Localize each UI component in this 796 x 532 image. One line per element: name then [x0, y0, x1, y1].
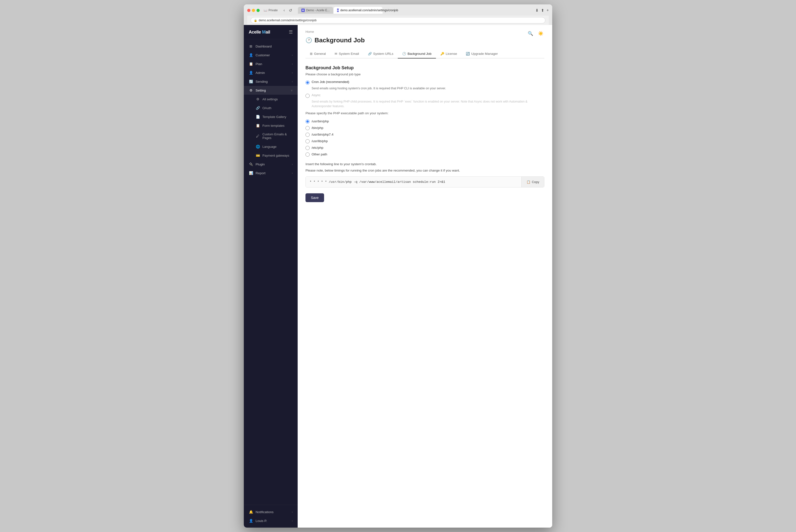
system-email-tab-label: System Email	[339, 52, 359, 56]
tab-system-email[interactable]: ✉ System Email	[330, 50, 363, 58]
php-path-other: Other path	[305, 152, 544, 157]
sidebar-item-payment-gateways[interactable]: 💳 Payment gateways	[244, 151, 298, 160]
sidebar-item-notifications[interactable]: 🔔 Notifications ›	[244, 508, 298, 516]
page-title-icon: 🕐	[305, 37, 312, 43]
php-path-usr-lib-label: /usr/lib/php	[311, 139, 328, 143]
upgrade-manager-tab-icon: 🔄	[466, 52, 470, 56]
php-path-bin: /bin/php	[305, 126, 544, 130]
all-settings-icon: ⚙	[255, 97, 260, 101]
sidebar-item-user[interactable]: 👤 Louis P. ›	[244, 516, 298, 525]
browser-tab-active[interactable]: M demo.acellemail.com/admin/settings/cro…	[334, 7, 383, 14]
report-label: Report	[255, 171, 266, 175]
sidebar-toggle[interactable]: ☰	[289, 30, 293, 35]
tab-background-job[interactable]: 🕐 Background Job	[398, 50, 436, 58]
php-path-other-radio[interactable]	[305, 152, 310, 157]
private-icon: 📖	[264, 8, 267, 12]
upgrade-manager-tab-label: Upgrade Manager	[471, 52, 498, 56]
browser-toolbar: 🔒 demo.acellemail.com/admin/settings/cro…	[247, 16, 549, 25]
new-tab-icon[interactable]: +	[547, 8, 549, 13]
sidebar-item-template-gallery[interactable]: 📄 Template Gallery	[244, 112, 298, 121]
sending-arrow: ›	[292, 80, 293, 83]
tab-system-urls[interactable]: 🔗 System URLs	[363, 50, 398, 58]
app-layout: Acelle Mail ☰ ⊞ Dashboard 👤 Customer › 📋…	[244, 25, 552, 528]
background-job-tab-icon: 🕐	[402, 52, 406, 56]
sidebar-item-oauth[interactable]: 🔗 OAuth	[244, 103, 298, 112]
setup-section: Background Job Setup Please choose a bac…	[305, 65, 544, 202]
php-path-etc: /etc/php	[305, 145, 544, 150]
async-radio[interactable]	[305, 94, 310, 98]
sidebar-item-all-settings[interactable]: ⚙ All settings	[244, 95, 298, 103]
general-tab-label: General	[314, 52, 326, 56]
sidebar-item-report[interactable]: 📊 Report ›	[244, 169, 298, 177]
report-icon: 📊	[249, 171, 253, 175]
cron-job-radio[interactable]	[305, 80, 310, 85]
close-button[interactable]	[247, 9, 250, 12]
template-gallery-label: Template Gallery	[262, 115, 286, 119]
php-path-usr-lib-radio[interactable]	[305, 139, 310, 144]
sidebar-item-plan[interactable]: 📋 Plan ›	[244, 59, 298, 68]
tab-license[interactable]: 🔑 License	[436, 50, 462, 58]
sidebar-item-admin[interactable]: 👤 Admin ›	[244, 68, 298, 77]
theme-toggle[interactable]: ☀️	[537, 30, 544, 37]
custom-emails-icon: 🖊	[255, 134, 260, 138]
notifications-icon: 🔔	[249, 510, 253, 514]
tab-upgrade-manager[interactable]: 🔄 Upgrade Manager	[461, 50, 502, 58]
system-email-tab-icon: ✉	[335, 52, 337, 56]
maximize-button[interactable]	[257, 9, 260, 12]
cron-job-desc: Send emails using hosting system's cron …	[311, 86, 544, 91]
sidebar-item-custom-emails[interactable]: 🖊 Custom Emails & Pages	[244, 130, 298, 142]
crontab-command: * * * * * /usr/bin/php -q /var/www/acell…	[306, 177, 522, 187]
save-button[interactable]: Save	[305, 193, 324, 202]
dashboard-icon: ⊞	[249, 44, 253, 48]
general-tab-icon: ⊞	[310, 52, 312, 56]
tab-general[interactable]: ⊞ General	[305, 50, 330, 58]
license-tab-label: License	[446, 52, 457, 56]
sidebar-item-sending[interactable]: 🔄 Sending ›	[244, 77, 298, 86]
setting-icon: ⚙	[249, 88, 253, 92]
language-label: Language	[262, 145, 277, 149]
php-path-etc-radio[interactable]	[305, 146, 310, 150]
setting-arrow: ∨	[291, 89, 293, 92]
sidebar: Acelle Mail ☰ ⊞ Dashboard 👤 Customer › 📋…	[244, 25, 298, 528]
report-arrow: ›	[292, 172, 293, 174]
php-path-bin-radio[interactable]	[305, 126, 310, 130]
php-path-label: Please specify the PHP executable path o…	[305, 111, 544, 115]
form-templates-icon: 📋	[255, 124, 260, 128]
choose-label: Please choose a background job type	[305, 72, 544, 76]
sidebar-item-plugin[interactable]: 🔌 Plugin ›	[244, 160, 298, 169]
crontab-line2: Please note, below timings for running t…	[305, 168, 544, 173]
crontab-line1: Insert the following line to your system…	[305, 162, 544, 167]
plugin-icon: 🔌	[249, 162, 253, 166]
setting-label: Setting	[255, 89, 266, 92]
back-button[interactable]: ‹	[282, 7, 286, 13]
plugin-arrow: ›	[292, 163, 293, 166]
browser-controls: 📖 Private ‹ ↺ M Demo - Acelle E... M dem…	[247, 7, 549, 14]
sidebar-item-customer[interactable]: 👤 Customer ›	[244, 51, 298, 59]
refresh-button[interactable]: ↺	[288, 7, 293, 13]
php-path-other-label: Other path	[311, 152, 327, 156]
sidebar-item-language[interactable]: 🌐 Language	[244, 142, 298, 151]
tab-favicon-active: M	[337, 8, 339, 12]
address-bar[interactable]: 🔒 demo.acellemail.com/admin/settings/cro…	[251, 17, 545, 23]
minimize-button[interactable]	[252, 9, 255, 12]
cron-job-label: Cron Job (recommended)	[311, 80, 349, 84]
download-icon[interactable]: ⬇	[535, 8, 538, 13]
sidebar-item-form-templates[interactable]: 📋 Form templates	[244, 121, 298, 130]
customer-arrow: ›	[292, 54, 293, 57]
cron-job-option: Cron Job (recommended)	[305, 80, 544, 85]
admin-label: Admin	[255, 71, 265, 75]
php-path-usr-bin-php7-radio[interactable]	[305, 133, 310, 137]
content-header: Home 🕐 Background Job 🔍 ☀️	[305, 30, 544, 44]
share-icon[interactable]: ⬆	[541, 8, 544, 13]
crontab-section: Insert the following line to your system…	[305, 162, 544, 202]
sidebar-nav: ⊞ Dashboard 👤 Customer › 📋 Plan › 👤 Admi…	[244, 39, 298, 505]
dashboard-label: Dashboard	[255, 44, 272, 48]
sidebar-item-dashboard[interactable]: ⊞ Dashboard	[244, 42, 298, 51]
browser-tab-inactive[interactable]: M Demo - Acelle E...	[298, 7, 333, 14]
php-path-usr-bin-radio[interactable]	[305, 119, 310, 124]
copy-button[interactable]: 📋 Copy	[522, 177, 544, 187]
background-job-tab-label: Background Job	[408, 52, 432, 56]
search-button[interactable]: 🔍	[527, 30, 534, 37]
sidebar-item-setting[interactable]: ⚙ Setting ∨	[244, 86, 298, 95]
job-types: Cron Job (recommended) Send emails using…	[305, 80, 544, 109]
